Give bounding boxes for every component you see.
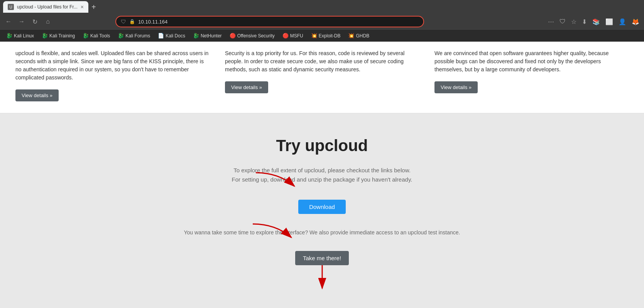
take-me-button[interactable]: Take me there! <box>295 251 349 265</box>
offensive-security-icon: 🔴 <box>230 33 236 39</box>
home-button[interactable]: ⌂ <box>42 16 53 27</box>
fullscreen-icon[interactable]: ⬜ <box>604 17 615 27</box>
try-section: Try upcloud To explore the full extent o… <box>0 113 644 308</box>
take-me-arrow <box>245 220 299 251</box>
bookmark-kali-training-label: Kali Training <box>49 33 75 39</box>
exploit-db-icon: 💥 <box>311 33 317 39</box>
feature-col-3: We are convinced that open software guar… <box>434 49 629 101</box>
address-bar-row: ← → ↻ ⌂ 🛡 🔒 10.10.11.164 ⋯ 🛡 ☆ ⬇ 📚 ⬜ 👤 🦊 <box>0 14 644 29</box>
tab-bar: U upcloud - Upload files for Fr... × + <box>0 0 644 14</box>
forward-button[interactable]: → <box>16 16 27 27</box>
bookmark-ghdb[interactable]: 💥 GHDB <box>345 32 372 40</box>
take-me-wrapper: Take me there! <box>295 247 349 265</box>
page-content: upcloud is flexible, and scales well. Up… <box>0 42 644 308</box>
bookmark-nethunter-label: NetHunter <box>201 33 222 39</box>
bookmark-kali-training[interactable]: 🐉 Kali Training <box>39 32 78 40</box>
address-bar[interactable]: 🛡 🔒 10.10.11.164 <box>115 16 424 27</box>
address-text[interactable]: 10.10.11.164 <box>138 19 419 25</box>
feature-text-2: Security is a top priority for us. For t… <box>225 49 419 74</box>
bookmark-kali-docs-label: Kali Docs <box>166 33 185 39</box>
arrow-spacer <box>303 273 341 296</box>
try-subtitle-line1: To explore the full extent of upcloud, p… <box>232 166 412 175</box>
tab-close-button[interactable]: × <box>81 4 84 10</box>
new-tab-button[interactable]: + <box>90 3 98 12</box>
bookmarks-icon[interactable]: 📚 <box>591 17 602 27</box>
view-details-button-3[interactable]: View details » <box>434 81 478 93</box>
lock-icon: 🔒 <box>129 19 135 24</box>
bookmark-offensive-security-label: Offensive Security <box>237 33 275 39</box>
bookmark-kali-forums[interactable]: 🐉 Kali Forums <box>115 32 153 40</box>
try-subtitle-line2: For setting up, download and unzip the p… <box>232 175 412 184</box>
bookmark-kali-linux[interactable]: 🐉 Kali Linux <box>3 32 37 40</box>
browser-chrome: U upcloud - Upload files for Fr... × + ←… <box>0 0 644 42</box>
bookmark-msfu[interactable]: 🔴 MSFU <box>279 32 306 40</box>
download-wrapper: Download <box>298 196 346 214</box>
download-button[interactable]: Download <box>298 200 346 214</box>
bookmark-msfu-label: MSFU <box>290 33 303 39</box>
back-button[interactable]: ← <box>3 16 14 27</box>
bookmark-kali-docs[interactable]: 📄 Kali Docs <box>155 32 188 40</box>
features-section: upcloud is flexible, and scales well. Up… <box>0 42 644 113</box>
bookmark-kali-tools[interactable]: 🐉 Kali Tools <box>79 32 113 40</box>
profile-icon[interactable]: 👤 <box>617 17 628 27</box>
try-subtitle: To explore the full extent of upcloud, p… <box>232 166 412 184</box>
download-icon[interactable]: ⬇ <box>580 17 588 27</box>
bottom-arrow <box>303 265 341 296</box>
try-title: Try upcloud <box>276 136 368 155</box>
kali-linux-icon: 🐉 <box>6 33 12 39</box>
browser-tab[interactable]: U upcloud - Upload files for Fr... × <box>3 1 88 13</box>
bookmark-kali-tools-label: Kali Tools <box>90 33 110 39</box>
bookmark-offensive-security[interactable]: 🔴 Offensive Security <box>226 32 278 40</box>
feature-text-3: We are convinced that open software guar… <box>434 49 629 74</box>
firefox-icon[interactable]: 🦊 <box>630 17 641 27</box>
kali-tools-icon: 🐉 <box>83 33 89 39</box>
feature-text-1: upcloud is flexible, and scales well. Up… <box>15 49 210 82</box>
nethunter-icon: 🐉 <box>193 33 199 39</box>
tab-title: upcloud - Upload files for Fr... <box>17 4 78 10</box>
bookmarks-bar: 🐉 Kali Linux 🐉 Kali Training 🐉 Kali Tool… <box>0 29 644 42</box>
kali-docs-icon: 📄 <box>158 33 164 39</box>
bookmark-ghdb-label: GHDB <box>356 33 369 39</box>
bookmark-exploit-db[interactable]: 💥 Exploit-DB <box>308 32 344 40</box>
msfu-icon: 🔴 <box>282 33 289 39</box>
tab-favicon: U <box>8 4 14 10</box>
toolbar-right: ⋯ 🛡 ☆ ⬇ 📚 ⬜ 👤 🦊 <box>546 17 641 27</box>
bookmark-exploit-db-label: Exploit-DB <box>319 33 341 39</box>
bookmark-kali-linux-label: Kali Linux <box>14 33 34 39</box>
feature-col-1: upcloud is flexible, and scales well. Up… <box>15 49 210 101</box>
kali-training-icon: 🐉 <box>42 33 48 39</box>
refresh-button[interactable]: ↻ <box>29 16 40 27</box>
bookmark-nethunter[interactable]: 🐉 NetHunter <box>190 32 225 40</box>
explore-text: You wanna take some time to explore the … <box>184 229 460 236</box>
menu-icon[interactable]: ⋯ <box>546 17 556 27</box>
view-details-button-1[interactable]: View details » <box>15 89 59 101</box>
shield-icon: 🛡 <box>121 19 126 25</box>
ghdb-icon: 💥 <box>348 33 354 39</box>
view-details-button-2[interactable]: View details » <box>225 81 268 93</box>
bookmark-kali-forums-label: Kali Forums <box>125 33 150 39</box>
kali-forums-icon: 🐉 <box>118 33 124 39</box>
feature-col-2: Security is a top priority for us. For t… <box>225 49 419 101</box>
star-icon[interactable]: ☆ <box>570 17 578 27</box>
pocket-icon[interactable]: 🛡 <box>558 17 567 27</box>
